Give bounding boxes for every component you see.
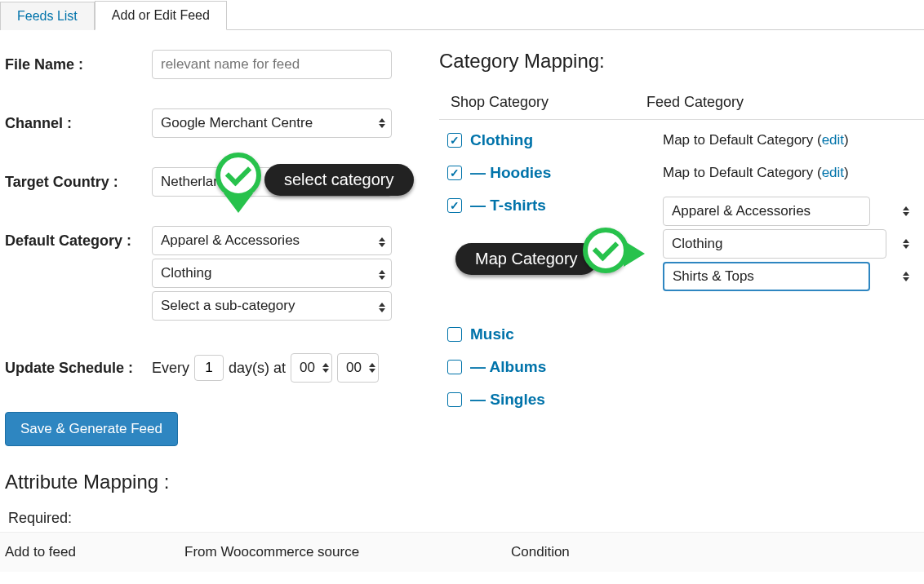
tshirt-select-1[interactable]: Apparel & Accessories [663,197,870,226]
update-schedule-label: Update Schedule : [5,353,152,377]
map-category-tooltip: Map Category [455,243,597,275]
required-label: Required: [5,505,434,532]
channel-label: Channel : [5,108,152,132]
feed-category-header: Feed Category [646,94,913,111]
schedule-every-text: Every [152,360,189,377]
tabs-bar: Feeds List Add or Edit Feed [0,0,924,30]
checkbox-albums[interactable] [447,360,462,374]
cat-clothing[interactable]: Clothing [470,131,533,149]
schedule-days-input[interactable] [194,355,224,381]
checkbox-music[interactable] [447,327,462,342]
checkbox-singles[interactable] [447,392,462,407]
file-name-label: File Name : [5,50,152,73]
arrow-right-icon [624,241,645,267]
attribute-mapping-title: Attribute Mapping : [5,471,434,493]
category-mapping-title: Category Mapping: [439,50,924,73]
save-generate-button[interactable]: Save & Generate Feed [5,412,178,446]
edit-link-hoodies[interactable]: edit [822,165,844,180]
shop-category-header: Shop Category [451,94,646,111]
attr-col-add: Add to feed [5,544,184,560]
check-icon [583,228,629,273]
cat-music[interactable]: Music [470,325,514,343]
tab-add-edit[interactable]: Add or Edit Feed [95,1,227,30]
checkbox-tshirts[interactable] [447,198,462,213]
target-country-label: Target Country : [5,167,152,191]
checkbox-clothing[interactable] [447,133,462,148]
checkbox-hoodies[interactable] [447,166,462,180]
cat-singles[interactable]: — Singles [470,391,545,409]
default-category-label: Default Category : [5,226,152,250]
default-cat-select-1[interactable]: Apparel & Accessories [152,226,392,255]
attr-col-condition: Condition [511,544,919,560]
cat-hoodies[interactable]: — Hoodies [470,164,551,182]
file-name-input[interactable] [152,50,392,79]
select-category-tooltip: select category [264,164,414,196]
cat-albums[interactable]: — Albums [470,358,546,376]
check-icon [215,153,261,198]
default-cat-select-3[interactable]: Select a sub-category [152,291,392,321]
cat-tshirts[interactable]: — T-shirts [470,197,546,215]
map-default-text: Map to Default Category ( [663,165,822,180]
default-cat-select-2[interactable]: Clothing [152,259,392,288]
schedule-daysat-text: day(s) at [229,360,286,377]
edit-link-clothing[interactable]: edit [822,132,844,148]
attr-col-source: From Woocommerce source [184,544,511,560]
channel-select[interactable]: Google Merchant Centre [152,108,392,138]
map-default-text: Map to Default Category ( [663,132,822,148]
tab-feeds-list[interactable]: Feeds List [0,2,95,30]
arrow-down-icon [224,193,253,213]
